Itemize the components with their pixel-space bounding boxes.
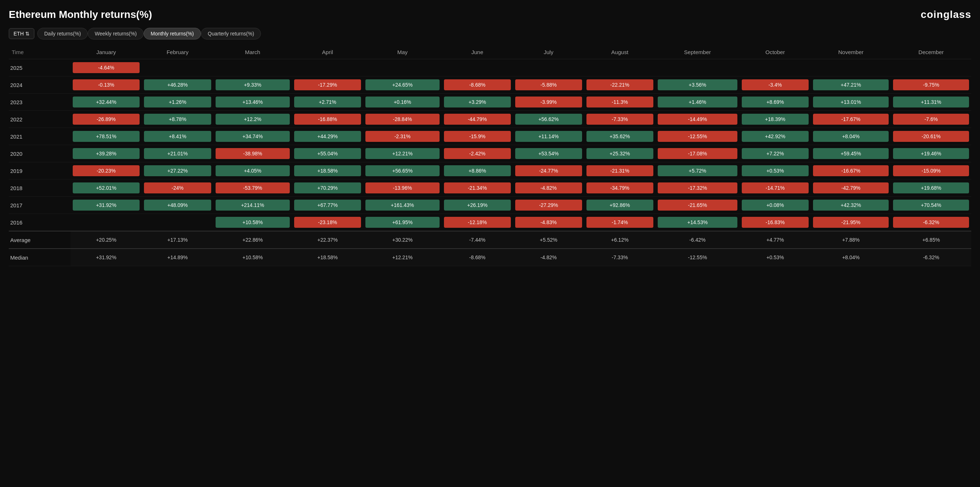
- average-cell: +22.37%: [292, 231, 363, 249]
- data-cell: -15.9%: [442, 128, 513, 145]
- data-cell: +0.08%: [740, 197, 811, 214]
- year-cell: 2021: [9, 128, 70, 145]
- year-cell: 2016: [9, 214, 70, 232]
- data-cell: +32.44%: [70, 94, 142, 111]
- data-cell: +8.78%: [142, 111, 213, 128]
- column-header-january: January: [70, 45, 142, 59]
- data-cell: +34.74%: [213, 128, 292, 145]
- data-cell: -21.34%: [442, 179, 513, 197]
- data-cell: +0.53%: [740, 162, 811, 179]
- data-cell: +56.65%: [363, 162, 442, 179]
- median-cell: +18.58%: [292, 249, 363, 266]
- data-cell: +70.29%: [292, 179, 363, 197]
- controls-row: ETH ⇅ Daily returns(%)Weekly returns(%)M…: [9, 28, 971, 40]
- data-cell: +5.72%: [655, 162, 740, 179]
- data-cell: -6.32%: [891, 214, 971, 232]
- average-cell: +6.12%: [584, 231, 655, 249]
- asset-label: ETH: [14, 31, 24, 37]
- median-cell: -8.68%: [442, 249, 513, 266]
- data-cell: +3.56%: [655, 77, 740, 94]
- table-row: 2018+52.01%-24%-53.79%+70.29%-13.96%-21.…: [9, 179, 971, 197]
- data-cell: +59.45%: [811, 145, 891, 162]
- median-cell: +14.89%: [142, 249, 213, 266]
- data-cell: +27.22%: [142, 162, 213, 179]
- data-cell: +19.46%: [891, 145, 971, 162]
- average-cell: -7.44%: [442, 231, 513, 249]
- tab-btn[interactable]: Weekly returns(%): [88, 28, 143, 40]
- tab-btn[interactable]: Quarterly returns(%): [201, 28, 261, 40]
- median-label: Median: [9, 249, 70, 266]
- median-cell: -6.32%: [891, 249, 971, 266]
- asset-selector[interactable]: ETH ⇅: [9, 28, 34, 39]
- average-cell: +4.77%: [740, 231, 811, 249]
- average-cell: +20.25%: [70, 231, 142, 249]
- data-cell: +13.01%: [811, 94, 891, 111]
- data-cell: -1.74%: [584, 214, 655, 232]
- data-cell: -26.89%: [70, 111, 142, 128]
- data-cell: -14.49%: [655, 111, 740, 128]
- data-cell: -4.82%: [513, 179, 584, 197]
- year-cell: 2020: [9, 145, 70, 162]
- data-cell: -34.79%: [584, 179, 655, 197]
- data-cell: +39.28%: [70, 145, 142, 162]
- column-header-december: December: [891, 45, 971, 59]
- data-cell: +42.92%: [740, 128, 811, 145]
- data-cell: +4.05%: [213, 162, 292, 179]
- data-cell: +44.29%: [292, 128, 363, 145]
- column-header-april: April: [292, 45, 363, 59]
- data-cell: -16.67%: [811, 162, 891, 179]
- tab-btn[interactable]: Daily returns(%): [37, 28, 88, 40]
- data-cell: +2.71%: [292, 94, 363, 111]
- data-cell: -2.31%: [363, 128, 442, 145]
- table-row: 2025-4.64%: [9, 59, 971, 77]
- data-cell: +1.46%: [655, 94, 740, 111]
- column-header-february: February: [142, 45, 213, 59]
- data-cell: +10.58%: [213, 214, 292, 232]
- table-row: 2021+78.51%+8.41%+34.74%+44.29%-2.31%-15…: [9, 128, 971, 145]
- data-cell: -4.83%: [513, 214, 584, 232]
- data-cell: -0.13%: [70, 77, 142, 94]
- table-row: 2024-0.13%+46.28%+9.33%-17.29%+24.65%-8.…: [9, 77, 971, 94]
- data-cell: -21.65%: [655, 197, 740, 214]
- data-cell: +12.21%: [363, 145, 442, 162]
- data-cell: +70.54%: [891, 197, 971, 214]
- data-cell: +0.16%: [363, 94, 442, 111]
- table-row: 2019-20.23%+27.22%+4.05%+18.58%+56.65%+8…: [9, 162, 971, 179]
- data-cell: -22.21%: [584, 77, 655, 94]
- data-cell: [811, 59, 891, 77]
- data-cell: -16.88%: [292, 111, 363, 128]
- data-cell: -28.84%: [363, 111, 442, 128]
- data-cell: [363, 59, 442, 77]
- data-cell: +47.21%: [811, 77, 891, 94]
- data-cell: -4.64%: [70, 59, 142, 77]
- data-cell: +9.33%: [213, 77, 292, 94]
- data-cell: +7.22%: [740, 145, 811, 162]
- data-cell: +214.11%: [213, 197, 292, 214]
- median-cell: +12.21%: [363, 249, 442, 266]
- brand-logo: coinglass: [921, 9, 971, 21]
- data-cell: +1.26%: [142, 94, 213, 111]
- median-cell: +10.58%: [213, 249, 292, 266]
- data-cell: +31.92%: [70, 197, 142, 214]
- data-cell: +21.01%: [142, 145, 213, 162]
- data-cell: +67.77%: [292, 197, 363, 214]
- data-cell: -44.79%: [442, 111, 513, 128]
- data-cell: -38.98%: [213, 145, 292, 162]
- data-cell: -7.33%: [584, 111, 655, 128]
- data-cell: +53.54%: [513, 145, 584, 162]
- average-cell: +17.13%: [142, 231, 213, 249]
- data-cell: +61.95%: [363, 214, 442, 232]
- average-cell: -6.42%: [655, 231, 740, 249]
- data-cell: [213, 59, 292, 77]
- column-header-june: June: [442, 45, 513, 59]
- year-cell: 2025: [9, 59, 70, 77]
- table-row: 2016+10.58%-23.18%+61.95%-12.18%-4.83%-1…: [9, 214, 971, 232]
- data-cell: [142, 214, 213, 232]
- average-cell: +5.52%: [513, 231, 584, 249]
- average-label: Average: [9, 231, 70, 249]
- year-cell: 2023: [9, 94, 70, 111]
- data-cell: -17.67%: [811, 111, 891, 128]
- median-cell: -12.55%: [655, 249, 740, 266]
- data-cell: -11.3%: [584, 94, 655, 111]
- tab-btn[interactable]: Monthly returns(%): [143, 28, 200, 40]
